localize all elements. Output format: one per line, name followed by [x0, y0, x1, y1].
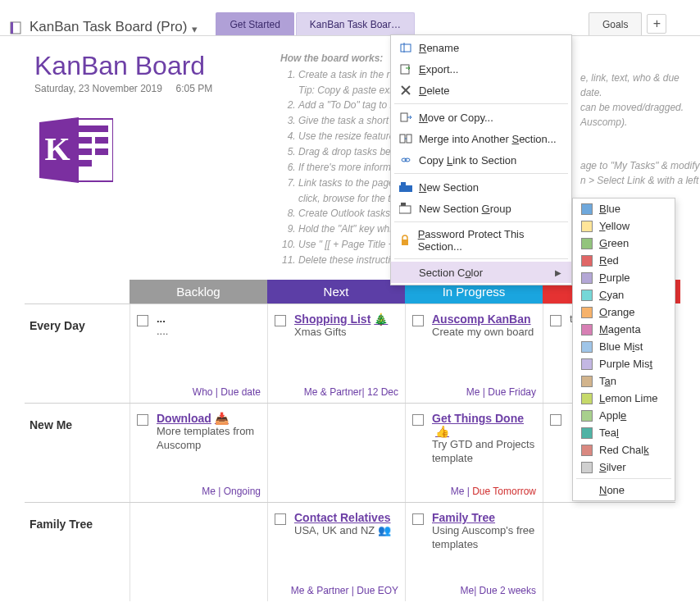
- tail-2: Auscomp).: [580, 115, 700, 130]
- tab-kanban[interactable]: KanBan Task Boar…: [296, 12, 415, 35]
- menu-item-move-or-copy-[interactable]: Move or Copy...: [391, 107, 571, 128]
- color-item-apple[interactable]: Apple: [573, 407, 675, 424]
- menu-separator: [576, 478, 671, 479]
- board-cell[interactable]: Download📥More templates from AuscompMe |…: [130, 404, 267, 502]
- row-label: Family Tree: [25, 503, 130, 601]
- task-title[interactable]: Family Tree: [432, 511, 536, 524]
- color-swatch: [581, 255, 593, 267]
- task-title[interactable]: ...: [157, 313, 261, 325]
- color-item-cyan[interactable]: Cyan: [573, 286, 675, 303]
- svg-rect-21: [399, 185, 412, 192]
- color-item-purple-mist[interactable]: Purple Mist: [573, 355, 675, 372]
- task-title[interactable]: Contact Relatives: [294, 511, 398, 524]
- task-checkbox[interactable]: [550, 414, 561, 426]
- color-label: Orange: [599, 306, 634, 318]
- color-item-tan[interactable]: Tan: [573, 372, 675, 390]
- task-card[interactable]: Shopping List🎄Xmas Gifts: [275, 313, 398, 340]
- color-label: Silver: [599, 461, 626, 473]
- color-item-yellow[interactable]: Yellow: [573, 217, 675, 235]
- task-title[interactable]: Shopping List🎄: [294, 313, 398, 326]
- board-cell[interactable]: Contact RelativesUSA, UK and NZ 👥Me & Pa…: [267, 503, 405, 601]
- task-checkbox[interactable]: [137, 414, 148, 426]
- task-icon: 📥: [215, 412, 229, 425]
- task-icon: 👍: [435, 425, 449, 438]
- task-card[interactable]: Auscomp KanBanCreate my own board: [412, 313, 536, 340]
- board-cell[interactable]: [267, 404, 405, 502]
- board-cell[interactable]: [130, 503, 267, 601]
- board-cell[interactable]: Auscomp KanBanCreate my own boardMe | Du…: [405, 304, 543, 403]
- task-title[interactable]: Auscomp KanBan: [432, 313, 536, 326]
- tab-get-started[interactable]: Get Started: [216, 12, 293, 35]
- task-title[interactable]: Download📥: [157, 412, 261, 425]
- color-item-lemon-lime[interactable]: Lemon Lime: [573, 390, 675, 407]
- task-card[interactable]: Family TreeUsing Auscomp's free template…: [412, 511, 536, 552]
- color-swatch: [581, 410, 593, 422]
- color-swatch: [581, 324, 593, 335]
- task-card[interactable]: Contact RelativesUSA, UK and NZ 👥: [275, 511, 398, 538]
- merge-icon: [398, 131, 414, 146]
- task-checkbox[interactable]: [137, 315, 148, 326]
- board-cell[interactable]: Shopping List🎄Xmas GiftsMe & Partner| 12…: [267, 304, 405, 403]
- color-item-silver[interactable]: Silver: [573, 459, 675, 476]
- color-item-none[interactable]: None: [573, 481, 675, 499]
- color-item-magenta[interactable]: Magenta: [573, 321, 675, 338]
- task-card[interactable]: Download📥More templates from Auscomp: [137, 412, 261, 453]
- task-description: Xmas Gifts: [294, 326, 398, 340]
- board-cell[interactable]: .......Who | Due date: [130, 304, 267, 403]
- tab-goals[interactable]: Goals: [589, 12, 642, 35]
- board-cell[interactable]: [543, 503, 680, 601]
- color-swatch: [581, 272, 593, 284]
- newgroup-icon: [398, 201, 414, 216]
- task-checkbox[interactable]: [412, 414, 424, 426]
- task-icon: 🎄: [374, 313, 388, 326]
- menu-item-rename[interactable]: Rename: [391, 37, 571, 58]
- menu-item-merge-into-another-section-[interactable]: Merge into Another Section...: [391, 128, 571, 149]
- color-swatch: [581, 290, 593, 301]
- menu-item-copy-link-to-section[interactable]: Copy Link to Section: [391, 149, 571, 171]
- color-label: Apple: [599, 409, 626, 422]
- task-card[interactable]: .......: [137, 313, 261, 339]
- task-checkbox[interactable]: [275, 513, 286, 525]
- task-title[interactable]: Get Things Done👍: [432, 412, 536, 438]
- task-checkbox[interactable]: [550, 315, 561, 326]
- task-description: More templates from Auscomp: [157, 425, 261, 453]
- task-checkbox[interactable]: [275, 315, 286, 326]
- menu-item-label: Delete: [419, 84, 450, 97]
- board-cell[interactable]: Get Things Done👍Try GTD and Projects tem…: [405, 404, 543, 502]
- task-meta: Me & Partner| 12 Dec: [304, 386, 398, 398]
- menu-item-export-[interactable]: Export...: [391, 58, 571, 80]
- color-item-teal[interactable]: Teal: [573, 424, 675, 441]
- task-checkbox[interactable]: [412, 513, 424, 525]
- menu-item-section-color[interactable]: Section Color▶: [391, 262, 571, 283]
- color-item-blue-mist[interactable]: Blue Mist: [573, 338, 675, 355]
- add-section-button[interactable]: +: [647, 14, 666, 34]
- color-label: Blue: [599, 203, 620, 215]
- svg-rect-3: [77, 125, 108, 132]
- menu-separator: [394, 221, 568, 222]
- color-item-red-chalk[interactable]: Red Chalk: [573, 441, 675, 459]
- tail-1: can be moved/dragged.: [580, 100, 700, 115]
- newsec-icon: [398, 180, 414, 194]
- tail-4: n > Select Link & with a left: [580, 173, 700, 188]
- color-item-red[interactable]: Red: [573, 252, 675, 269]
- color-item-orange[interactable]: Orange: [573, 303, 675, 321]
- task-meta: Me | Due Tomorrow: [451, 486, 536, 497]
- color-item-purple[interactable]: Purple: [573, 269, 675, 286]
- notebook-caret-icon[interactable]: ▾: [192, 23, 198, 35]
- notebook-title[interactable]: KanBan Task Board (Pro): [30, 19, 187, 35]
- task-checkbox[interactable]: [412, 315, 424, 326]
- svg-rect-16: [401, 113, 407, 121]
- board-cell[interactable]: Family TreeUsing Auscomp's free template…: [405, 503, 543, 601]
- color-item-green[interactable]: Green: [573, 235, 675, 252]
- menu-item-new-section-group[interactable]: New Section Group: [391, 198, 571, 219]
- menu-item-new-section[interactable]: New Section: [391, 176, 571, 198]
- task-card[interactable]: Get Things Done👍Try GTD and Projects tem…: [412, 412, 536, 466]
- tail-3: age to "My Tasks" & modify: [580, 158, 700, 173]
- menu-item-label: Password Protect This Section...: [418, 228, 561, 253]
- color-item-blue[interactable]: Blue: [573, 200, 675, 217]
- svg-rect-17: [400, 135, 405, 143]
- menu-item-delete[interactable]: Delete: [391, 80, 571, 101]
- menu-item-password-protect-this-section-[interactable]: Password Protect This Section...: [391, 225, 571, 256]
- svg-rect-13: [401, 65, 409, 74]
- svg-rect-11: [401, 44, 411, 52]
